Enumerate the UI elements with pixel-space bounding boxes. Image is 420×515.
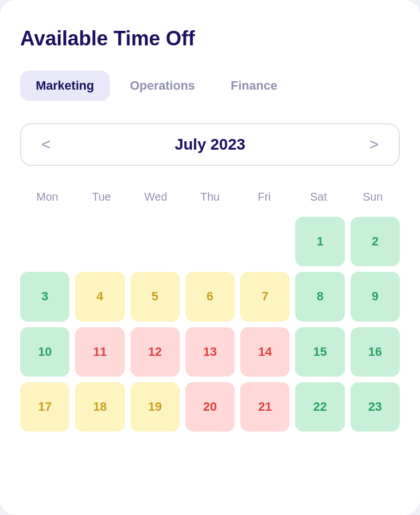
day-headers: MonTueWedThuFriSatSun xyxy=(20,186,400,208)
calendar-day-23[interactable]: 23 xyxy=(351,382,400,432)
calendar-day-11[interactable]: 11 xyxy=(75,327,124,377)
calendar-day-4[interactable]: 4 xyxy=(75,272,124,321)
calendar-day-19[interactable]: 19 xyxy=(130,382,180,432)
calendar-day-7[interactable]: 7 xyxy=(240,272,290,321)
calendar-day-20[interactable]: 20 xyxy=(185,382,235,432)
calendar-day-13[interactable]: 13 xyxy=(185,327,235,377)
next-month-button[interactable]: > xyxy=(365,136,383,154)
calendar-day-16[interactable]: 16 xyxy=(351,327,400,377)
calendar-grid: 1234567891011121314151617181920212223 xyxy=(20,217,400,432)
calendar-day-3[interactable]: 3 xyxy=(20,272,69,321)
day-header-fri: Fri xyxy=(237,186,291,208)
tab-operations[interactable]: Operations xyxy=(114,71,211,101)
calendar-day-22[interactable]: 22 xyxy=(295,382,344,432)
month-label: July 2023 xyxy=(175,136,245,154)
calendar-day-12[interactable]: 12 xyxy=(130,327,180,377)
prev-month-button[interactable]: < xyxy=(37,136,55,154)
calendar-day-6[interactable]: 6 xyxy=(185,272,235,321)
calendar: MonTueWedThuFriSatSun 123456789101112131… xyxy=(20,186,400,432)
calendar-day-14[interactable]: 14 xyxy=(240,327,290,377)
page-title: Available Time Off xyxy=(20,27,400,50)
month-navigator: < July 2023 > xyxy=(20,123,400,166)
day-header-sat: Sat xyxy=(291,186,346,208)
calendar-day-5[interactable]: 5 xyxy=(130,272,180,321)
calendar-day-1[interactable]: 1 xyxy=(295,217,344,266)
day-header-sun: Sun xyxy=(346,186,400,208)
day-header-thu: Thu xyxy=(183,186,237,208)
calendar-day-15[interactable]: 15 xyxy=(295,327,344,377)
calendar-empty xyxy=(240,217,290,266)
calendar-empty xyxy=(20,217,69,266)
calendar-empty xyxy=(185,217,235,266)
calendar-day-21[interactable]: 21 xyxy=(240,382,290,432)
calendar-empty xyxy=(130,217,180,266)
day-header-mon: Mon xyxy=(20,186,74,208)
calendar-day-18[interactable]: 18 xyxy=(75,382,124,432)
calendar-empty xyxy=(75,217,124,266)
calendar-day-2[interactable]: 2 xyxy=(351,217,400,266)
calendar-day-8[interactable]: 8 xyxy=(295,272,344,321)
tab-finance[interactable]: Finance xyxy=(215,71,293,101)
tab-bar: Marketing Operations Finance xyxy=(20,71,400,101)
calendar-day-17[interactable]: 17 xyxy=(20,382,69,432)
calendar-day-9[interactable]: 9 xyxy=(351,272,400,321)
main-card: Available Time Off Marketing Operations … xyxy=(0,0,420,515)
calendar-day-10[interactable]: 10 xyxy=(20,327,69,377)
day-header-wed: Wed xyxy=(129,186,183,208)
tab-marketing[interactable]: Marketing xyxy=(20,71,110,101)
day-header-tue: Tue xyxy=(74,186,129,208)
